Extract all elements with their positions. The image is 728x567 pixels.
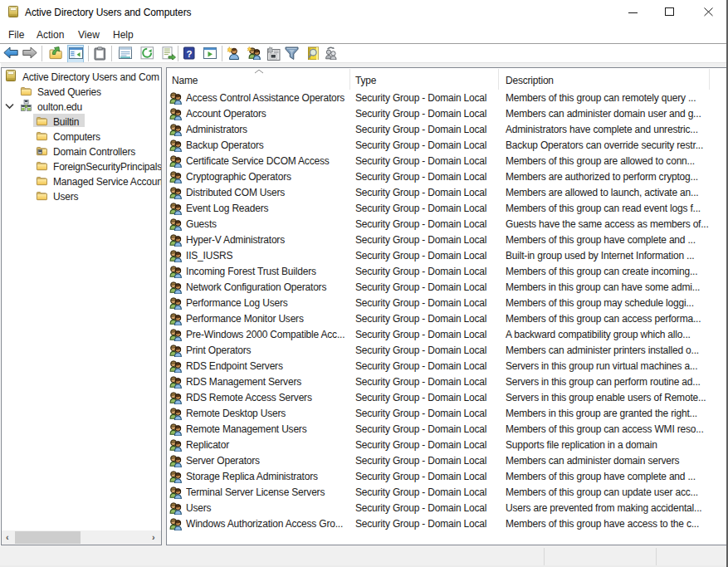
- svg-text:?: ?: [186, 49, 192, 59]
